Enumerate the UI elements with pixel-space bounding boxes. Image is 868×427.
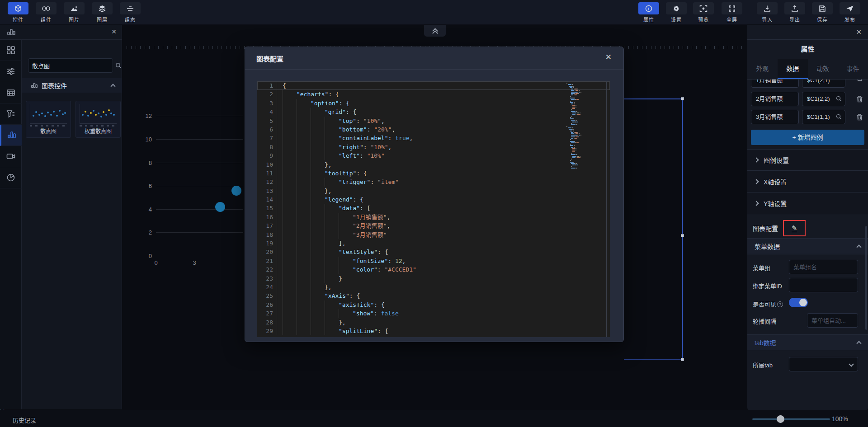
selection-handle-mid-right[interactable] bbox=[681, 234, 684, 237]
zoom-slider-thumb[interactable] bbox=[777, 415, 784, 423]
code-line[interactable]: 9"left": "10%" bbox=[257, 151, 610, 160]
properties-panel: ✕ 属性 外观 数据 动效 事件 1月销售额 $C1(2,1) 2月销售额 $C… bbox=[747, 25, 868, 411]
code-line[interactable]: 4"grid": { bbox=[257, 108, 610, 116]
rail-item-tables[interactable] bbox=[0, 82, 22, 103]
toolbar-item-import[interactable]: 导入 bbox=[755, 2, 779, 23]
panel-scrollbar[interactable] bbox=[865, 226, 867, 330]
legend-name-input[interactable]: 3月销售额 bbox=[751, 110, 799, 124]
widget-card-scatter[interactable]: 散点图 bbox=[26, 101, 71, 138]
collapse-row-xaxis-settings[interactable]: X轴设置 bbox=[747, 171, 868, 192]
legend-ref-input[interactable]: $C1(1,1) bbox=[802, 110, 845, 124]
code-line[interactable]: 18"3月销售额" bbox=[257, 230, 610, 239]
rail-item-all-widgets[interactable] bbox=[0, 40, 22, 61]
section-chart-widgets[interactable]: 图表控件 bbox=[22, 78, 122, 93]
toolbar-item-images[interactable]: 图片 bbox=[62, 2, 86, 23]
json-code-editor[interactable]: 1{2"echarts": {3"option": {4"grid": {5"t… bbox=[257, 81, 610, 337]
code-line[interactable]: 10}, bbox=[257, 160, 610, 169]
code-line[interactable]: 27"show": false bbox=[257, 309, 610, 318]
rail-item-pie[interactable] bbox=[0, 167, 22, 188]
toolbar-collapse-tab[interactable] bbox=[424, 25, 446, 37]
code-line[interactable]: 19], bbox=[257, 239, 610, 248]
code-line[interactable]: 14"legend": { bbox=[257, 195, 610, 204]
editor-scrollbar[interactable] bbox=[606, 81, 607, 337]
code-line[interactable]: 12"trigger": "item" bbox=[257, 178, 610, 186]
legend-ref-input[interactable]: $C1(2,2) bbox=[802, 92, 845, 106]
code-line[interactable]: 6"bottom": "20%", bbox=[257, 125, 610, 134]
code-line[interactable]: 13}, bbox=[257, 187, 610, 195]
toolbar-item-fullscreen[interactable]: 全屏 bbox=[720, 2, 744, 23]
toolbar-item-config[interactable]: 组态 bbox=[118, 2, 142, 23]
code-line[interactable]: 8"right": "10%", bbox=[257, 143, 610, 151]
search-input[interactable] bbox=[28, 62, 115, 69]
rail-item-charts[interactable] bbox=[0, 125, 22, 146]
toolbar-item-layers[interactable]: 图层 bbox=[90, 2, 114, 23]
collapse-row-legend-settings[interactable]: 图例设置 bbox=[747, 149, 868, 171]
zoom-slider[interactable] bbox=[752, 418, 830, 420]
rail-item-media[interactable] bbox=[0, 146, 22, 167]
help-icon[interactable]: ? bbox=[777, 301, 783, 307]
legend-name-input[interactable]: 1月销售额 bbox=[751, 80, 799, 88]
close-icon[interactable]: ✕ bbox=[111, 28, 117, 35]
code-line[interactable]: 28}, bbox=[257, 318, 610, 327]
legend-name-input[interactable]: 2月销售额 bbox=[751, 92, 799, 106]
code-line[interactable]: 23} bbox=[257, 274, 610, 283]
search-icon[interactable] bbox=[115, 62, 122, 69]
rail-item-controls[interactable] bbox=[0, 61, 22, 82]
code-line[interactable]: 2"echarts": { bbox=[257, 90, 610, 99]
bind-menu-id-input[interactable] bbox=[789, 278, 858, 292]
legend-ref-input[interactable]: $C1(2,1) bbox=[802, 80, 845, 88]
visible-toggle[interactable] bbox=[789, 298, 808, 307]
tab-appearance[interactable]: 外观 bbox=[747, 59, 778, 79]
code-line[interactable]: 24}, bbox=[257, 283, 610, 291]
toolbar-item-export[interactable]: 导出 bbox=[783, 2, 807, 23]
code-line[interactable]: 21"fontSize": 12, bbox=[257, 257, 610, 265]
selection-handle-top-right[interactable] bbox=[681, 97, 684, 100]
code-line[interactable]: 17"2月销售额", bbox=[257, 221, 610, 230]
search-icon[interactable] bbox=[836, 114, 842, 120]
toolbar-item-controls[interactable]: 控件 bbox=[6, 2, 30, 23]
toolbar-item-settings[interactable]: 设置 bbox=[665, 2, 688, 23]
code-line[interactable]: 25"xAxis": { bbox=[257, 291, 610, 300]
add-legend-button[interactable]: + 新增图例 bbox=[751, 130, 864, 145]
tab-data[interactable]: 数据 bbox=[778, 59, 808, 79]
owner-tab-select[interactable] bbox=[789, 357, 858, 371]
selection-handle-bottom-right[interactable] bbox=[681, 358, 684, 361]
code-line[interactable]: 5"top": "10%", bbox=[257, 117, 610, 125]
history-button[interactable]: 历史记录 bbox=[13, 416, 36, 424]
tab-animation[interactable]: 动效 bbox=[808, 59, 838, 79]
code-line[interactable]: 16"1月销售额", bbox=[257, 213, 610, 221]
code-line[interactable]: 3"option": { bbox=[257, 99, 610, 108]
widget-card-weighted-scatter[interactable]: 权重散点图 bbox=[75, 101, 121, 138]
code-line[interactable]: 7"containLabel": true, bbox=[257, 134, 610, 142]
toolbar-item-preview[interactable]: 预览 bbox=[692, 2, 715, 23]
code-line[interactable]: 11"tooltip": { bbox=[257, 169, 610, 178]
code-line[interactable]: 1{ bbox=[257, 81, 610, 90]
toolbar-item-properties[interactable]: 属性 bbox=[637, 2, 660, 23]
close-icon[interactable]: ✕ bbox=[856, 28, 862, 35]
carousel-interval-input[interactable] bbox=[807, 313, 858, 328]
search-icon[interactable] bbox=[836, 96, 842, 102]
code-line[interactable]: 26"axisTick": { bbox=[257, 300, 610, 309]
code-line[interactable]: 22"color": "#CCCED1" bbox=[257, 265, 610, 274]
code-line[interactable]: 15"data": [ bbox=[257, 204, 610, 212]
rail-item-filters[interactable] bbox=[0, 103, 22, 125]
toolbar-item-save[interactable]: 保存 bbox=[811, 2, 834, 23]
tab-data-section-header[interactable]: tab数据 bbox=[747, 334, 868, 350]
code-line[interactable]: 29"splitLine": { bbox=[257, 327, 610, 335]
collapse-row-yaxis-settings[interactable]: Y轴设置 bbox=[747, 192, 868, 214]
editor-minimap[interactable] bbox=[566, 83, 605, 169]
scatter-point[interactable] bbox=[215, 202, 225, 212]
chevron-up-icon[interactable] bbox=[110, 84, 115, 89]
scatter-point[interactable] bbox=[231, 186, 241, 196]
menu-group-input[interactable] bbox=[789, 260, 858, 274]
code-line[interactable]: 20"textStyle": { bbox=[257, 248, 610, 256]
chart-config-edit-button[interactable]: ✎ bbox=[783, 220, 806, 236]
toolbar-item-publish[interactable]: 发布 bbox=[838, 2, 862, 23]
tab-events[interactable]: 事件 bbox=[838, 59, 868, 79]
trash-icon[interactable] bbox=[856, 95, 863, 103]
trash-icon[interactable] bbox=[856, 113, 863, 121]
toolbar-item-components[interactable]: 组件 bbox=[34, 2, 58, 23]
close-icon[interactable]: ✕ bbox=[605, 53, 612, 61]
menu-data-section-header[interactable]: 菜单数据 bbox=[747, 239, 868, 254]
trash-icon[interactable] bbox=[856, 80, 863, 81]
